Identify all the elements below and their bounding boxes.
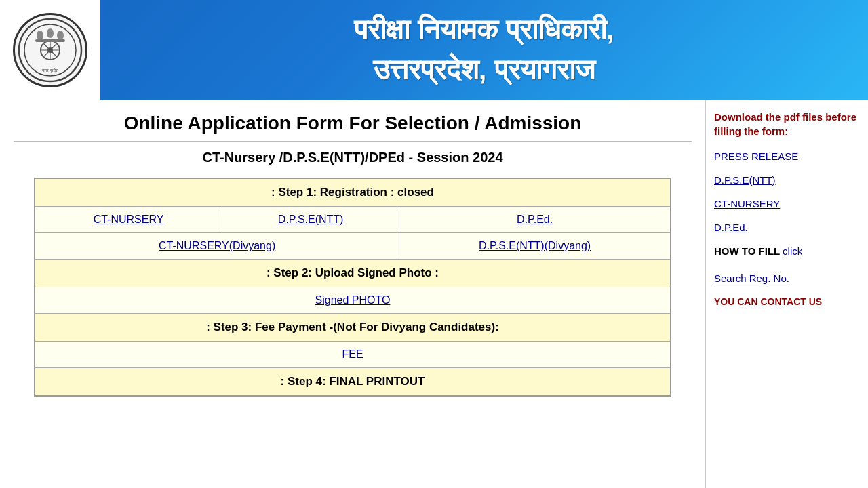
logo-seal-icon: उत्तर प्रदेश (16, 16, 84, 84)
fee-link[interactable]: FEE (342, 348, 363, 360)
dped-link[interactable]: D.P.Ed. (517, 214, 553, 225)
ct-nursery-cell[interactable]: CT-NURSERY (35, 207, 222, 233)
logo-box: उत्तर प्रदेश (0, 0, 100, 100)
how-to-fill-label: HOW TO FILL (714, 245, 783, 257)
heading-divider (14, 141, 692, 142)
signed-photo-cell[interactable]: Signed PHOTO (35, 287, 671, 314)
step1-divyang-row: CT-NURSERY(Divyang) D.P.S.E(NTT)(Divyang… (35, 233, 671, 260)
signed-photo-link[interactable]: Signed PHOTO (315, 294, 391, 306)
header-title-line1: परीक्षा नियामक प्राधिकारी, (354, 14, 614, 45)
sidebar-download-label: Download the pdf files before filling th… (714, 110, 860, 138)
svg-point-10 (57, 30, 64, 40)
dpse-ntt-divyang-cell[interactable]: D.P.S.E(NTT)(Divyang) (399, 233, 671, 260)
step4-header-row: : Step 4: FINAL PRINTOUT (35, 368, 671, 396)
svg-point-9 (47, 28, 54, 38)
step3-header-row: : Step 3: Fee Payment -(Not For Divyang … (35, 314, 671, 342)
step2-link-row: Signed PHOTO (35, 287, 671, 314)
dped-cell[interactable]: D.P.Ed. (399, 207, 671, 233)
sidebar-contact-label: YOU CAN CONTACT US (714, 296, 860, 307)
step1-header-cell: : Step 1: Registration : closed (35, 178, 671, 207)
sidebar-ct-nursery-link[interactable]: CT-NURSERY (714, 198, 860, 209)
step2-header-row: : Step 2: Upload Signed Photo : (35, 260, 671, 287)
dpse-ntt-link[interactable]: D.P.S.E(NTT) (278, 214, 344, 225)
ct-nursery-divyang-cell[interactable]: CT-NURSERY(Divyang) (35, 233, 399, 260)
step1-header-row: : Step 1: Registration : closed (35, 178, 671, 207)
dpse-ntt-divyang-link[interactable]: D.P.S.E(NTT)(Divyang) (479, 240, 591, 251)
step1-links-row: CT-NURSERY D.P.S.E(NTT) D.P.Ed. (35, 207, 671, 233)
ct-nursery-divyang-link[interactable]: CT-NURSERY(Divyang) (159, 240, 275, 251)
steps-table: : Step 1: Registration : closed CT-NURSE… (34, 178, 671, 396)
sidebar-how-to-fill: HOW TO FILL click (714, 245, 860, 257)
svg-text:उत्तर प्रदेश: उत्तर प्रदेश (41, 68, 59, 73)
sidebar-press-release-link[interactable]: PRESS RELEASE (714, 150, 860, 162)
page-subheading: CT-Nursery /D.P.S.E(NTT)/DPEd - Session … (14, 150, 692, 165)
step2-header-cell: : Step 2: Upload Signed Photo : (35, 260, 671, 287)
step3-header-cell: : Step 3: Fee Payment -(Not For Divyang … (35, 314, 671, 342)
page-heading: Online Application Form For Selection / … (14, 113, 692, 134)
ct-nursery-link[interactable]: CT-NURSERY (94, 214, 164, 225)
page-body: Online Application Form For Selection / … (0, 100, 868, 488)
sidebar-dpse-ntt-link[interactable]: D.P.S.E(NTT) (714, 174, 860, 186)
sidebar-search-reg-link[interactable]: Search Reg. No. (714, 272, 860, 284)
svg-rect-11 (35, 39, 65, 42)
svg-point-8 (37, 30, 43, 40)
sidebar-how-to-fill-click[interactable]: click (783, 245, 802, 257)
step4-header-cell: : Step 4: FINAL PRINTOUT (35, 368, 671, 396)
sidebar: Download the pdf files before filling th… (705, 100, 868, 488)
header: उत्तर प्रदेश परीक्षा नियामक प्राधिकारी, … (0, 0, 868, 100)
dpse-ntt-cell[interactable]: D.P.S.E(NTT) (222, 207, 399, 233)
header-title: परीक्षा नियामक प्राधिकारी, उत्तरप्रदेश, … (100, 10, 868, 90)
header-title-line2: उत्तरप्रदेश, प्रयागराज (373, 54, 595, 85)
sidebar-dped-link[interactable]: D.P.Ed. (714, 222, 860, 233)
logo: उत्तर प्रदेश (13, 13, 87, 87)
fee-cell[interactable]: FEE (35, 342, 671, 368)
step3-link-row: FEE (35, 342, 671, 368)
main-content: Online Application Form For Selection / … (0, 100, 705, 488)
